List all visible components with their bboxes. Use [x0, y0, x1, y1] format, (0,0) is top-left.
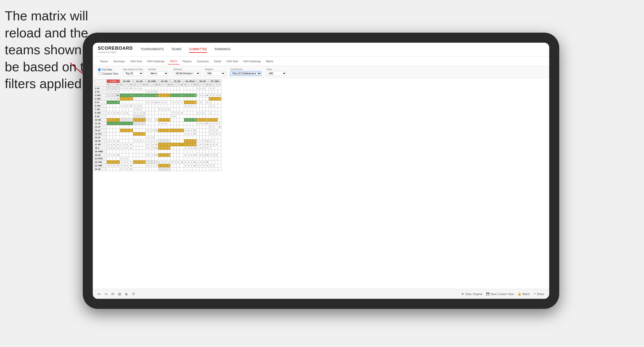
sh-ucla-w: W [184, 83, 187, 87]
toolbar-zoom[interactable]: ⊕ [125, 292, 128, 296]
gender-select[interactable]: Men's Women's [148, 71, 168, 76]
share-icon: ↗ [534, 292, 536, 296]
sh-ucla-d: Dif [193, 83, 196, 87]
toolbar-settings[interactable]: ⏱ [132, 292, 135, 296]
logo-sub: Powered by clippd [98, 51, 133, 53]
sh-uu-w: W [196, 83, 199, 87]
sh-ua-w: W [133, 83, 136, 87]
subnav-players[interactable]: Players [181, 58, 194, 64]
col-header-su: 27. SU [171, 80, 184, 83]
table-row: 13. UT 22122 02030 12026 22012 20016 010 [94, 129, 221, 132]
toolbar-undo[interactable]: ↩ [98, 292, 101, 296]
main-content[interactable]: 3. ASU 10. UW 11. UA 22. UCB 24. UO 27. … [93, 78, 549, 289]
table-row: 15. UF 010 [94, 136, 221, 139]
view-original-btn[interactable]: 👁 View: Original [461, 293, 482, 296]
sh-ucb-t: T [152, 83, 155, 87]
sub-nav: Teams Summary H2H Grid H2H Heatmap Matri… [93, 56, 549, 66]
nav-tournaments[interactable]: TOURNAMENTS [140, 46, 164, 53]
sh-ucb-d: Dif [155, 83, 158, 87]
table-row: 20. UG 110-34 01023 10040 01015 10013 10… [94, 153, 221, 157]
toolbar-search[interactable]: ⊞ [118, 292, 121, 296]
sh-uo-d: Dif [167, 83, 171, 87]
toolbar-refresh[interactable]: ⟳ [111, 292, 114, 296]
sh-uw-t: T [126, 83, 129, 87]
subnav-teams[interactable]: Teams [98, 58, 110, 64]
division-select[interactable]: NCAA Division I NCAA Division II NCAA Di… [173, 71, 200, 76]
conference-select[interactable]: Pac-12 Conference ▾ (All) ACC Big 10 Big… [230, 71, 261, 76]
sh-su-d: Dif [180, 83, 184, 87]
col-header-ua: 11. UA [133, 80, 146, 83]
subnav-summary1[interactable]: Summary [111, 58, 127, 64]
sh-osu-t: T [215, 83, 218, 87]
table-row: 4. UNC 10036 11011 01029 [94, 97, 221, 101]
view-toggle: Full View Compact View [98, 68, 118, 75]
sh-su-t: T [177, 83, 180, 87]
team-select[interactable]: (All) [266, 71, 286, 76]
sh-ua-t: T [139, 83, 142, 87]
sh-su-l: L [174, 83, 177, 87]
subnav-matrix2[interactable]: Matrix [264, 58, 275, 64]
sh-asu-w: W [107, 83, 110, 87]
tablet-frame: SCOREBOARD Powered by clippd TOURNAMENTS… [83, 33, 559, 309]
region-label: Region [205, 68, 225, 71]
table-row: 10. UW 450 13011 3032 04172 20066 12051 … [94, 118, 221, 122]
table-row: 2. VU 12012 20027 [94, 90, 221, 94]
sh-uu-t: T [202, 83, 205, 87]
subnav-matrix1[interactable]: Matrix [168, 58, 179, 65]
max-teams-select[interactable]: Top 25 Top 50 Top 100 [123, 71, 143, 76]
sh-osu-w: W [209, 83, 212, 87]
nav-committee[interactable]: COMMITTEE [189, 46, 207, 53]
sh-uo-w: W [158, 83, 161, 87]
region-select[interactable]: N/A Northeast Southeast Midwest West [205, 71, 225, 76]
sh-ucb-l: L [149, 83, 152, 87]
subnav-h2h-grid2[interactable]: H2H Grid [224, 58, 240, 64]
view-icon: 👁 [461, 293, 464, 296]
sh-uu-d: Dif [205, 83, 209, 87]
table-row: 8. UAF 01014 120 01015 11011 010 1 [94, 111, 221, 115]
sh-ua-l: L [136, 83, 139, 87]
subnav-h2h-heatmap1[interactable]: H2H Heatmap [145, 58, 167, 64]
save-custom-btn[interactable]: 💾 Save Custom View [486, 292, 514, 296]
subnav-h2h-heatmap2[interactable]: H2H Heatmap [241, 58, 263, 64]
save-icon: 💾 [486, 292, 490, 296]
bottom-toolbar: ↩ ↪ ⟳ ⊞ ⊕ ⏱ 👁 View: Original 💾 Save Cust… [93, 289, 549, 299]
team-filter: Team (All) [266, 68, 286, 76]
gender-label: Gender [148, 68, 168, 71]
sh-osu-l: L [212, 83, 215, 87]
nav-rankings[interactable]: RANKINGS [215, 46, 230, 53]
team-label: Team [266, 68, 286, 71]
table-row: 21. ETSU 010 [94, 157, 221, 160]
watch-btn[interactable]: 🔔 Watch [518, 292, 530, 296]
table-row: 22. UCB 1303 1405 12040 0203 03044 20340… [94, 160, 221, 164]
sh-asu-t: T [113, 83, 116, 87]
division-label: Division [173, 68, 200, 71]
nav-teams[interactable]: TEAMS [171, 46, 181, 53]
sh-uw-d: Dif [129, 83, 133, 87]
table-row: 12. UV 0115 [94, 125, 221, 129]
share-btn[interactable]: ↗ Share [534, 292, 544, 296]
col-header-osu: 57. OSU [209, 80, 221, 83]
sh-asu-l: L [110, 83, 113, 87]
sh-su-w: W [171, 83, 174, 87]
sh-ucla-l: L [187, 83, 190, 87]
tablet-screen: SCOREBOARD Powered by clippd TOURNAMENTS… [93, 43, 549, 299]
compact-view-radio[interactable]: Compact View [98, 72, 118, 75]
sh-asu-d: Dif [116, 83, 120, 87]
subnav-h2h-grid1[interactable]: H2H Grid [128, 58, 144, 64]
col-header-asu: 3. ASU [107, 80, 120, 83]
max-teams-label: Max teams in view [123, 68, 143, 71]
matrix-corner [94, 80, 107, 87]
watch-icon: 🔔 [518, 292, 521, 296]
table-row: 23. UNM 20023 20025 0010 10010 01110 013… [94, 164, 221, 167]
toolbar-redo[interactable]: ↪ [105, 292, 108, 296]
subnav-summary2[interactable]: Summary [195, 58, 211, 64]
table-row: 9. UA 08 [94, 115, 221, 118]
table-row: 16. UO 21014 1201 1110 21011 11013 21 [94, 139, 221, 143]
full-view-radio[interactable]: Full View [98, 68, 118, 71]
subnav-detail[interactable]: Detail [212, 58, 223, 64]
col-header-ucb: 22. UCB [146, 80, 158, 83]
table-row: 18. U 20011 10011 01010 10013 01013 1005… [94, 146, 221, 150]
filters-bar: Full View Compact View Max teams in view… [93, 66, 549, 78]
division-filter: Division NCAA Division I NCAA Division I… [173, 68, 200, 76]
sh-osu-d: D [218, 83, 221, 87]
